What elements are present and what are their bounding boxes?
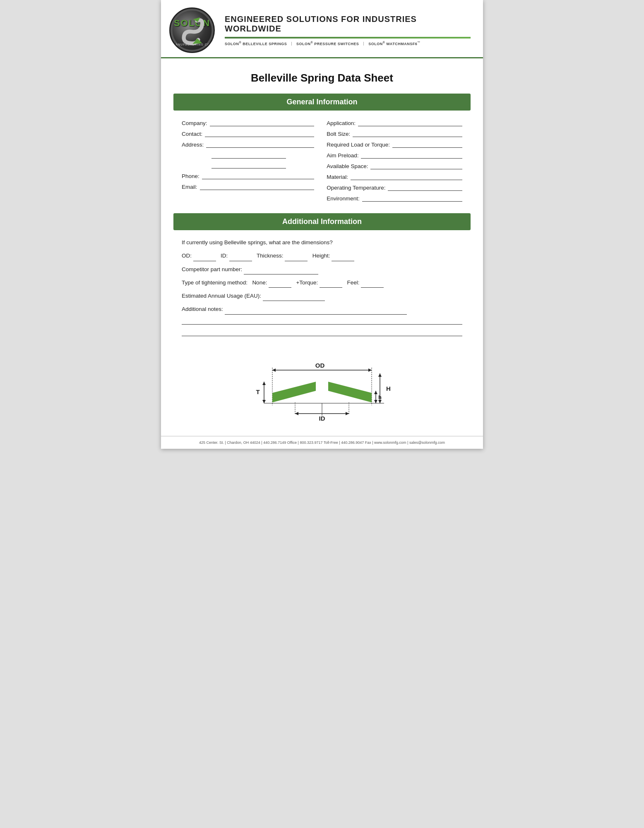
footer: 425 Center. St. | Chardon, OH 44024 | 44… — [161, 436, 483, 449]
header: SOLON MANUFACTURING CO. ENGINEERED SOLUT… — [161, 0, 483, 58]
environment-label: Environment: — [327, 195, 360, 202]
application-row: Application: — [327, 120, 462, 126]
dimensions-question: If currently using Belleville springs, w… — [182, 238, 462, 248]
load-torque-row: Required Load or Torque: — [327, 141, 462, 148]
general-info-header: General Information — [173, 94, 471, 111]
company-label: Company: — [182, 120, 207, 126]
od-blank — [193, 255, 216, 261]
product3: SOLON® WATCHMANSF6™ — [368, 41, 421, 46]
email-input[interactable] — [200, 183, 315, 190]
od-label: OD: — [182, 253, 192, 259]
bolt-size-label: Bolt Size: — [327, 131, 350, 137]
company-input[interactable] — [210, 120, 315, 126]
aim-preload-row: Aim Preload: — [327, 152, 462, 159]
environment-row: Environment: — [327, 195, 462, 202]
H-diagram-label: H — [386, 385, 391, 392]
environment-input[interactable] — [362, 195, 462, 202]
load-torque-label: Required Load or Torque: — [327, 142, 390, 148]
company-row: Company: — [182, 120, 314, 126]
address-line2 — [211, 152, 286, 159]
id-arrow-right — [346, 412, 349, 415]
phone-input[interactable] — [202, 173, 314, 179]
op-temp-input[interactable] — [388, 184, 462, 191]
T-arrow-bottom — [262, 400, 266, 403]
thickness-label: Thickness: — [257, 253, 284, 259]
material-row: Material: — [327, 173, 462, 180]
footer-text: 425 Center. St. | Chardon, OH 44024 | 44… — [199, 440, 445, 445]
torque-label: +Torque: — [296, 279, 318, 286]
spring-left — [272, 382, 316, 402]
address-line3 — [211, 162, 286, 168]
spring-right — [328, 382, 372, 402]
sep1: | — [291, 41, 292, 46]
diagram-section: OD H T h — [161, 345, 483, 449]
competitor-label: Competitor part number: — [182, 266, 242, 272]
aim-preload-input[interactable] — [361, 152, 462, 159]
tightening-label: Type of tightening method: — [182, 279, 248, 286]
header-tagline: ENGINEERED SOLUTIONS FOR INDUSTRIES WORL… — [225, 14, 471, 34]
torque-blank — [320, 282, 342, 288]
sep2: | — [363, 41, 364, 46]
T-arrow-top — [262, 382, 266, 385]
od-arrow-right — [368, 368, 372, 372]
op-temp-label: Operating Temperature: — [327, 185, 385, 191]
additional-section: If currently using Belleville springs, w… — [161, 230, 483, 345]
logo: SOLON MANUFACTURING CO. — [169, 7, 215, 53]
id-arrow-left — [295, 412, 298, 415]
form-columns: Company: Contact: Address: Phone: — [182, 120, 462, 206]
notes-label: Additional notes: — [182, 306, 223, 312]
email-row: Email: — [182, 183, 314, 190]
aim-preload-label: Aim Preload: — [327, 152, 358, 159]
belleville-diagram: OD H T h — [239, 349, 405, 440]
competitor-line: Competitor part number: — [182, 265, 462, 274]
address-extra-lines — [211, 152, 314, 168]
header-products: SOLON® BELLEVILLE SPRINGS | SOLON® PRESS… — [225, 41, 471, 46]
page: SOLON MANUFACTURING CO. ENGINEERED SOLUT… — [161, 0, 483, 449]
contact-row: Contact: — [182, 130, 314, 137]
form-right-col: Application: Bolt Size: Required Load or… — [327, 120, 462, 206]
address-row: Address: — [182, 141, 314, 148]
height-blank — [332, 255, 354, 261]
material-label: Material: — [327, 174, 348, 180]
available-space-label: Available Space: — [327, 163, 368, 169]
eau-line: Estimated Annual Usage (EAU): — [182, 291, 462, 301]
contact-label: Contact: — [182, 131, 202, 137]
load-torque-input[interactable] — [392, 141, 462, 148]
tightening-line: Type of tightening method: None: +Torque… — [182, 278, 462, 288]
od-diagram-label: OD — [315, 362, 325, 369]
application-input[interactable] — [358, 120, 462, 126]
notes-line-p: Additional notes: — [182, 304, 462, 314]
available-space-row: Available Space: — [327, 163, 462, 169]
none-blank — [269, 282, 291, 288]
product2: SOLON® PRESSURE SWITCHES — [296, 41, 359, 46]
id-label: ID: — [221, 253, 228, 259]
address-input[interactable] — [206, 141, 314, 148]
bolt-size-row: Bolt Size: — [327, 130, 462, 137]
additional-info-header: Additional Information — [173, 213, 471, 230]
header-right: ENGINEERED SOLUTIONS FOR INDUSTRIES WORL… — [225, 14, 471, 46]
logo-arc: MANUFACTURING CO. — [173, 43, 211, 46]
phone-row: Phone: — [182, 173, 314, 179]
page-title: Belleville Spring Data Sheet — [161, 58, 483, 94]
address-label: Address: — [182, 142, 204, 148]
contact-input[interactable] — [205, 130, 314, 137]
eau-label: Estimated Annual Usage (EAU): — [182, 293, 261, 299]
none-label: None: — [252, 279, 267, 286]
application-label: Application: — [327, 120, 356, 126]
bolt-size-input[interactable] — [353, 130, 462, 137]
notes-blank-inline — [225, 309, 407, 315]
h-arrow-bottom — [374, 400, 377, 403]
id-blank — [229, 255, 252, 261]
feel-label: Feel: — [347, 279, 359, 286]
id-diagram-label: ID — [319, 415, 325, 422]
od-arrow-left — [272, 368, 276, 372]
form-left-col: Company: Contact: Address: Phone: — [182, 120, 314, 206]
od-id-line: OD: ID: Thickness: Height: — [182, 251, 462, 261]
notes-line2 — [182, 330, 462, 336]
feel-blank — [361, 282, 384, 288]
h-arrow-top — [374, 391, 377, 394]
email-label: Email: — [182, 184, 197, 190]
material-input[interactable] — [351, 173, 462, 180]
available-space-input[interactable] — [370, 163, 462, 169]
op-temp-row: Operating Temperature: — [327, 184, 462, 191]
